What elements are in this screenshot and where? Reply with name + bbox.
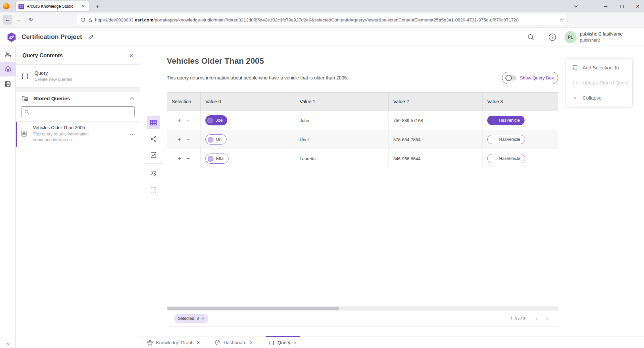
tab-query[interactable]: { } Query ✕: [264, 337, 301, 348]
results-table: Selection Value 0 Value 1 Value 2 Value …: [167, 92, 558, 327]
stored-queries-header[interactable]: Stored Queries: [16, 92, 140, 105]
tab-list-chevron-icon[interactable]: [571, 0, 581, 12]
menu-item-add-selection-to[interactable]: Add Selection To: [566, 60, 632, 75]
next-page-icon[interactable]: ›: [546, 315, 548, 322]
help-icon[interactable]: ?: [546, 31, 558, 43]
search-small-icon: [24, 110, 29, 114]
braces-icon: { }: [269, 340, 275, 345]
project-hierarchy-icon[interactable]: [0, 47, 16, 62]
user-info[interactable]: publisher2 lastName publisher2: [580, 31, 623, 43]
item-options-icon[interactable]: •••: [130, 133, 135, 143]
chevron-up-icon[interactable]: [130, 97, 134, 100]
toggle-track: [506, 75, 516, 80]
relationship-pill[interactable]: →HasVehicle: [487, 135, 525, 144]
table-view-icon[interactable]: [147, 116, 160, 129]
link-chart-icon[interactable]: [147, 132, 160, 145]
panel-close-icon[interactable]: ✕: [129, 53, 133, 58]
stored-queries-title: Stored Queries: [34, 96, 130, 101]
column-header-value3[interactable]: Value 3: [483, 93, 558, 111]
stored-query-item[interactable]: Vehicles Older Than 2005 This query retu…: [16, 121, 140, 147]
braces-icon: { }: [572, 80, 578, 85]
previous-page-icon[interactable]: ‹: [535, 315, 537, 322]
window-minimize-button[interactable]: ─: [601, 0, 611, 12]
bottom-tab-bar: Knowledge Graph ✕ Dashboard ✕ { } Query …: [140, 337, 644, 348]
stored-query-description: This query returns information about peo…: [33, 131, 93, 143]
relationship-pill[interactable]: →HasVehicle: [487, 154, 525, 163]
cell-value2[interactable]: 846-956-8644: [389, 149, 483, 168]
bookmark-star-icon[interactable]: ☆: [559, 17, 564, 23]
reload-button[interactable]: ↻: [26, 15, 36, 24]
braces-icon: { }: [21, 72, 29, 79]
window-maximize-button[interactable]: [617, 0, 627, 12]
dashboard-gauge-icon: [215, 340, 220, 345]
avatar[interactable]: PL: [564, 31, 577, 43]
table-footer: Selected: 3 ✕ 1-3 of 3 ‹ ›: [167, 310, 558, 327]
add-to-selection-icon[interactable]: +: [178, 117, 181, 123]
entity-dot-icon: [208, 156, 213, 162]
lock-icon[interactable]: [88, 18, 92, 22]
table-empty-area: [167, 168, 558, 306]
entity-pill[interactable]: Etta: [205, 154, 229, 164]
user-username: publisher2: [580, 37, 623, 43]
column-header-value1[interactable]: Value 1: [295, 93, 389, 111]
selected-count-chip[interactable]: Selected: 3 ✕: [174, 314, 208, 323]
entity-pill[interactable]: Uri: [205, 134, 227, 144]
cell-value2[interactable]: 578-654-7854: [389, 130, 483, 149]
menu-item-collapse[interactable]: » Collapse: [566, 90, 632, 105]
table-options-menu: Add Selection To { } Update Stored Query…: [566, 59, 632, 107]
chart-view-icon[interactable]: [147, 149, 160, 161]
forward-button[interactable]: →: [14, 15, 23, 24]
selected-indicator: [16, 122, 17, 147]
scrollbar-thumb[interactable]: [167, 307, 339, 310]
layers-icon[interactable]: [0, 62, 16, 76]
add-to-selection-icon[interactable]: +: [178, 156, 181, 162]
table-row[interactable]: + − Uri Uriel 578-654-7854 →HasVehicle: [167, 130, 558, 149]
query-create-item[interactable]: { } Query Create new queries: [16, 65, 140, 88]
add-selection-icon: [572, 65, 578, 70]
remove-from-selection-icon[interactable]: −: [187, 117, 190, 123]
tab-close-icon[interactable]: ✕: [250, 340, 253, 345]
add-to-selection-icon[interactable]: +: [178, 136, 181, 142]
entity-pill[interactable]: Joe: [205, 115, 227, 125]
url-bar[interactable]: https://dev0028833.esri.com/portal/apps/…: [77, 14, 567, 25]
table-row[interactable]: + − Etta Lauretta 846-956-8644 →HasVehic…: [167, 149, 558, 168]
cell-value1[interactable]: Lauretta: [295, 149, 389, 168]
save-icon[interactable]: [0, 76, 16, 91]
new-tab-button[interactable]: +: [93, 2, 102, 11]
selection-tool-icon[interactable]: [147, 183, 160, 196]
cell-value2[interactable]: 759-889-57168: [389, 111, 483, 130]
tab-close-icon[interactable]: ✕: [197, 340, 200, 345]
horizontal-scrollbar[interactable]: [167, 306, 558, 310]
column-header-value0[interactable]: Value 0: [201, 93, 295, 111]
shield-icon[interactable]: [81, 17, 85, 22]
relationship-pill[interactable]: →HasVehicle: [487, 116, 525, 125]
cell-value1[interactable]: Uriel: [295, 130, 389, 149]
firefox-icon[interactable]: [3, 3, 9, 9]
window-close-button[interactable]: ✕: [633, 0, 643, 12]
tab-close-icon[interactable]: ✕: [293, 340, 297, 345]
remove-from-selection-icon[interactable]: −: [187, 136, 190, 142]
stored-queries-search-input[interactable]: [21, 106, 135, 117]
remove-from-selection-icon[interactable]: −: [187, 156, 190, 162]
query-item-description: Create new queries: [35, 77, 72, 82]
map-view-icon[interactable]: [147, 167, 160, 180]
search-icon[interactable]: [525, 31, 537, 43]
pagination-range: 1-3 of 3: [510, 316, 525, 321]
expand-rail-icon[interactable]: >>: [0, 341, 16, 346]
query-item-label: Query: [35, 70, 72, 76]
clear-selection-icon[interactable]: ✕: [202, 316, 205, 321]
back-button[interactable]: ←: [3, 15, 12, 24]
column-header-value2[interactable]: Value 2: [389, 93, 483, 111]
edit-title-icon[interactable]: [88, 34, 95, 41]
menu-item-update-stored-query[interactable]: { } Update Stored Query: [566, 75, 632, 90]
cell-value1[interactable]: John: [295, 111, 389, 130]
knowledge-graph-icon: [147, 340, 153, 346]
show-query-box-toggle[interactable]: Show Query Box: [502, 72, 558, 84]
browser-tab[interactable]: ⬡ ArcGIS Knowledge Studio ✕: [16, 1, 89, 11]
tab-dashboard[interactable]: Dashboard ✕: [210, 337, 258, 348]
url-text[interactable]: https://dev0028833.esri.com/portal/apps/…: [95, 17, 557, 22]
tab-close-icon[interactable]: ✕: [80, 3, 86, 9]
column-header-selection[interactable]: Selection: [167, 93, 201, 111]
table-row[interactable]: + − Joe John 759-889-57168 →HasVehicle: [167, 111, 558, 130]
tab-knowledge-graph[interactable]: Knowledge Graph ✕: [142, 337, 205, 348]
